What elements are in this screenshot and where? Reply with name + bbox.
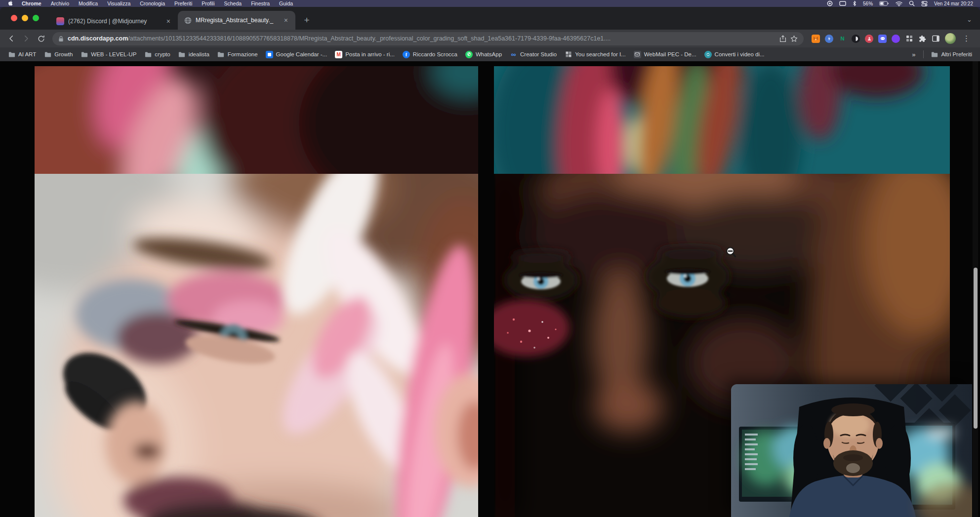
dark-extension-icon[interactable]: [852, 35, 860, 43]
menu-item-preferiti[interactable]: Preferiti: [174, 0, 192, 6]
folder-icon: [44, 51, 51, 58]
profile-avatar[interactable]: [945, 33, 956, 44]
lock-icon[interactable]: [58, 36, 64, 42]
whatsapp-icon: ✆: [465, 51, 473, 58]
grid-image-top-left[interactable]: [35, 66, 478, 174]
screen: Chrome Archivio Modifica Visualizza Cron…: [0, 0, 980, 517]
green-n-extension-icon[interactable]: N: [838, 35, 847, 43]
menu-item-modifica[interactable]: Modifica: [79, 0, 98, 6]
reload-icon[interactable]: [35, 32, 47, 45]
blue-extension-icon[interactable]: [825, 35, 833, 43]
meta-creator-studio-icon: ∞: [510, 51, 517, 58]
bookmark-item[interactable]: M Posta in arrivo - ri...: [331, 49, 399, 60]
bookmark-item[interactable]: f Riccardo Scrocca: [399, 49, 461, 60]
bookmark-item[interactable]: You searched for I...: [561, 49, 630, 60]
share-icon[interactable]: [779, 35, 786, 42]
tab-discord[interactable]: (2762) Discord | @Midjourney ×: [50, 13, 178, 30]
browser-menu-kebab-icon[interactable]: ⋮: [961, 34, 972, 43]
bookmark-star-icon[interactable]: [790, 35, 798, 42]
bookmarks-overflow-icon[interactable]: »: [907, 51, 920, 58]
bookmark-label: Growth: [54, 51, 73, 57]
bookmark-label: Riccardo Scrocca: [413, 51, 457, 57]
toolbar: cdn.discordapp.com/attachments/101351233…: [0, 30, 980, 47]
menu-status-area: 56% Ven 24 mar 20:22: [827, 0, 973, 6]
close-window-button[interactable]: [11, 15, 17, 21]
folder-icon: [144, 51, 152, 58]
image-viewer: [0, 61, 980, 517]
wifi-icon[interactable]: [896, 1, 902, 6]
tab-search-chevron-icon[interactable]: ⌄: [967, 16, 972, 23]
url-text: cdn.discordapp.com/attachments/101351233…: [68, 35, 776, 42]
bookmark-item[interactable]: WebMail PEC - De...: [630, 49, 700, 60]
extensions-puzzle-icon[interactable]: [918, 35, 927, 43]
grid-image-bottom-left[interactable]: [35, 174, 478, 517]
tab-image-active[interactable]: MRregista_Abstract_beauty._ ×: [178, 11, 295, 30]
video-converter-icon: [704, 51, 712, 58]
macos-menu-bar: Chrome Archivio Modifica Visualizza Cron…: [0, 0, 980, 7]
red-extension-icon[interactable]: [865, 35, 873, 43]
bookmark-label: AI ART: [18, 51, 36, 57]
browser-window: (2762) Discord | @Midjourney × MRregista…: [0, 7, 980, 517]
menu-item-cronologia[interactable]: Cronologia: [140, 0, 165, 6]
display-mirroring-icon[interactable]: [839, 1, 846, 6]
bookmark-item[interactable]: AI ART: [4, 49, 40, 60]
spotlight-search-icon[interactable]: [909, 0, 915, 6]
purple-extension-icon[interactable]: [892, 35, 900, 43]
webcam-overlay: [731, 384, 972, 517]
facebook-icon: f: [403, 51, 410, 58]
zoom-window-button[interactable]: [33, 15, 39, 21]
url-path: /attachments/1013512335442333816/1088905…: [128, 35, 611, 42]
google-calendar-icon: [266, 51, 273, 58]
new-tab-button[interactable]: +: [300, 14, 313, 27]
bookmark-item[interactable]: WEB - LEVEL-UP: [77, 49, 140, 60]
bookmarks-bar: AI ART Growth WEB - LEVEL-UP crypto idea…: [0, 47, 980, 61]
bookmark-label: Posta in arrivo - ri...: [345, 51, 395, 57]
bookmark-item[interactable]: Formazione: [213, 49, 262, 60]
menu-item-profili[interactable]: Profili: [202, 0, 214, 6]
gmail-icon: M: [335, 51, 342, 58]
battery-icon[interactable]: [879, 1, 889, 6]
other-bookmarks-label: Altri Preferiti: [941, 51, 972, 57]
scrollbar-thumb[interactable]: [974, 268, 978, 429]
menu-clock[interactable]: Ven 24 mar 20:22: [934, 1, 973, 6]
menu-item-scheda[interactable]: Scheda: [224, 0, 242, 6]
tab-close-icon[interactable]: ×: [283, 16, 289, 24]
address-bar[interactable]: cdn.discordapp.com/attachments/101351233…: [52, 32, 804, 45]
bookmark-item[interactable]: Growth: [40, 49, 77, 60]
bookmark-label: crypto: [155, 51, 170, 57]
bookmark-item[interactable]: Converti i video di...: [700, 49, 769, 60]
window-controls: [11, 15, 39, 21]
menu-item-chrome[interactable]: Chrome: [22, 0, 41, 6]
tab-close-icon[interactable]: ×: [165, 17, 172, 25]
menu-item-visualizza[interactable]: Visualizza: [107, 0, 130, 6]
webmail-pec-icon: [634, 51, 641, 58]
grid-favicon-icon: [565, 51, 572, 58]
bookmark-item[interactable]: Google Calendar -...: [262, 49, 331, 60]
bookmark-label: idealista: [189, 51, 209, 57]
back-icon[interactable]: [5, 32, 18, 45]
bookmark-item[interactable]: ∞ Creator Studio: [506, 49, 561, 60]
tabs: (2762) Discord | @Midjourney × MRregista…: [50, 11, 313, 30]
menu-item-archivio[interactable]: Archivio: [51, 0, 69, 6]
other-bookmarks-folder[interactable]: Altri Preferiti: [927, 49, 976, 60]
control-center-icon[interactable]: [921, 1, 928, 6]
bookmarks-divider: [923, 50, 924, 58]
indigo-extension-icon[interactable]: [878, 35, 887, 43]
forward-icon[interactable]: [20, 32, 33, 45]
tab-strip: (2762) Discord | @Midjourney × MRregista…: [0, 7, 980, 30]
minimize-window-button[interactable]: [22, 15, 28, 21]
bluetooth-icon[interactable]: [853, 0, 857, 6]
menu-item-guida[interactable]: Guida: [279, 0, 293, 6]
menu-item-finestra[interactable]: Finestra: [251, 0, 270, 6]
tab-grid-icon[interactable]: [905, 35, 913, 43]
bookmark-item[interactable]: ✆ WhatsApp: [461, 49, 506, 60]
grid-image-top-right[interactable]: [494, 66, 950, 174]
apple-icon[interactable]: [7, 0, 12, 7]
screen-record-icon[interactable]: [827, 0, 833, 6]
metamask-extension-icon[interactable]: [812, 35, 820, 43]
globe-favicon-icon: [184, 16, 192, 24]
bookmark-item[interactable]: crypto: [140, 49, 174, 60]
bookmark-item[interactable]: idealista: [174, 49, 213, 60]
side-panel-icon[interactable]: [932, 35, 940, 43]
folder-icon: [8, 51, 15, 58]
